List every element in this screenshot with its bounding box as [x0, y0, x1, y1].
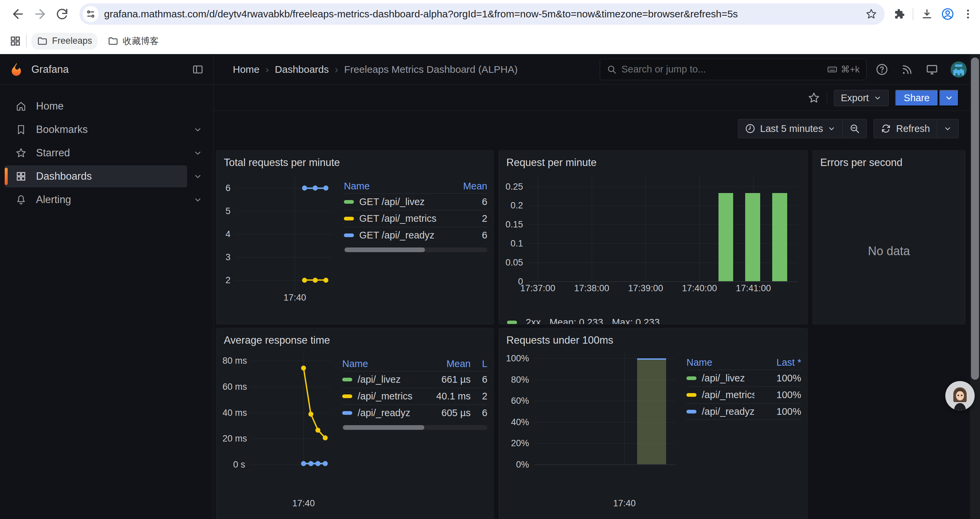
- help-icon[interactable]: [875, 63, 889, 76]
- header-actions: [875, 54, 980, 85]
- site-info-icon[interactable]: [83, 6, 99, 22]
- assistant-avatar[interactable]: [945, 381, 975, 410]
- panel-title: Average response time: [223, 333, 487, 347]
- breadcrumb-home[interactable]: Home: [233, 64, 259, 75]
- share-dropdown-button[interactable]: [939, 90, 959, 106]
- dock-menu-icon[interactable]: [192, 64, 204, 75]
- panel-legend[interactable]: 2xx Mean: 0.233 Max: 0.233: [505, 317, 801, 324]
- series-color: [344, 217, 354, 220]
- sidebar-item-label: Home: [36, 100, 64, 112]
- legend-scrollbar[interactable]: [342, 425, 487, 430]
- browser-menu-icon[interactable]: [962, 8, 974, 20]
- breadcrumb-dashboards[interactable]: Dashboards: [275, 64, 329, 75]
- breadcrumb: Home › Dashboards › Freeleaps Metrics Da…: [213, 54, 600, 85]
- legend-row[interactable]: /api/_metrics 40.1 ms 20.5 ms: [342, 388, 487, 404]
- reload-icon[interactable]: [53, 5, 72, 23]
- page-scrollbar[interactable]: [970, 54, 980, 519]
- extensions-icon[interactable]: [892, 8, 905, 21]
- legend-col-last[interactable]: Last *: [471, 358, 487, 369]
- legend-row[interactable]: /api/_readyz 100%: [686, 403, 801, 420]
- sidebar-item-starred[interactable]: Starred: [5, 142, 187, 164]
- legend-series-name: 2xx: [526, 317, 541, 324]
- legend-col-mean[interactable]: Mean: [421, 358, 471, 369]
- bookmark-star-icon[interactable]: [865, 8, 877, 20]
- legend-row[interactable]: /api/_livez 661 µs 646 µs: [342, 371, 487, 388]
- downloads-icon[interactable]: [921, 8, 933, 21]
- sidebar-item-bookmarks[interactable]: Bookmarks: [5, 118, 187, 141]
- breadcrumb-current: Freeleaps Metrics Dashboard (ALPHA): [344, 64, 518, 75]
- panel-legend: Name Last * /api/_livez 100% /api/_metri…: [686, 347, 801, 508]
- sidebar-item-alerting[interactable]: Alerting: [5, 189, 187, 211]
- search-box[interactable]: ⌘+k: [600, 59, 867, 80]
- legend-row[interactable]: GET /api/_metrics 2: [344, 210, 487, 227]
- grafana-header: Grafana Home › Dashboards › Freeleaps Me…: [0, 54, 980, 85]
- legend-scrollbar[interactable]: [344, 248, 487, 252]
- browser-actions: [892, 7, 974, 21]
- series-color: [344, 200, 354, 204]
- chevron-down-icon[interactable]: [187, 195, 208, 204]
- keyboard-shortcut: ⌘+k: [827, 64, 859, 75]
- legend-max: Max: 0.233: [612, 317, 659, 324]
- sidebar-item-home[interactable]: Home: [5, 95, 187, 117]
- chevron-down-icon: [873, 94, 881, 102]
- brand-name: Grafana: [31, 64, 69, 75]
- chart-total-requests: 6543217:40: [223, 175, 336, 308]
- panel-title: Request per minute: [505, 155, 801, 169]
- bookmark-folder-label: Freeleaps: [52, 36, 92, 46]
- legend-row[interactable]: /api/_livez 100%: [686, 370, 801, 386]
- grafana-logo[interactable]: [9, 62, 24, 77]
- time-range-group: Last 5 minutes: [738, 119, 867, 138]
- sidebar: Home Bookmarks: [0, 85, 213, 519]
- legend-col-name[interactable]: Name: [342, 358, 421, 369]
- home-icon: [15, 101, 27, 112]
- divider: [913, 8, 913, 21]
- legend-col-name[interactable]: Name: [686, 357, 754, 368]
- panel-total-requests[interactable]: Total requests per minute 6543217:40 Nam…: [216, 150, 494, 324]
- forward-icon[interactable]: [31, 5, 49, 23]
- panel-average-response-time[interactable]: Average response time 80 ms60 ms40 ms20 …: [216, 328, 494, 519]
- panel-legend: Name Mean GET /api/_livez 6 GET /api/_me…: [344, 169, 487, 308]
- legend-col-name[interactable]: Name: [344, 181, 444, 192]
- legend-col-mean[interactable]: Mean: [444, 181, 487, 192]
- panel-request-per-minute[interactable]: Request per minute 0.250.20.150.10.05017…: [499, 150, 808, 324]
- series-color: [342, 411, 352, 415]
- back-icon[interactable]: [9, 5, 27, 23]
- chevron-down-icon[interactable]: [187, 125, 208, 134]
- zoom-out-icon: [849, 123, 860, 134]
- time-range-picker[interactable]: Last 5 minutes: [738, 119, 843, 138]
- profile-icon[interactable]: [941, 7, 955, 21]
- search-input[interactable]: [621, 64, 827, 75]
- legend-row[interactable]: GET /api/_readyz 6: [344, 227, 487, 243]
- share-button[interactable]: Share: [895, 90, 938, 106]
- legend-col-last[interactable]: Last *: [754, 357, 801, 368]
- export-button[interactable]: Export: [834, 90, 889, 106]
- sidebar-item-dashboards[interactable]: Dashboards: [5, 165, 187, 187]
- bookmark-folder-freeleaps[interactable]: Freeleaps: [31, 33, 97, 50]
- news-icon[interactable]: [900, 63, 913, 76]
- refresh-icon: [881, 123, 891, 134]
- legend-header: Name Mean: [344, 179, 487, 193]
- bookmark-folder-blogs[interactable]: 收藏博客: [102, 32, 164, 50]
- apps-grid-icon[interactable]: [10, 35, 21, 47]
- scrollbar-thumb[interactable]: [971, 57, 979, 380]
- chevron-down-icon[interactable]: [187, 172, 208, 181]
- refresh-interval-button[interactable]: [937, 119, 958, 138]
- chart-average-response-time: 80 ms60 ms40 ms20 ms0 s17:40: [223, 351, 334, 508]
- sidebar-item-label: Dashboards: [36, 170, 92, 182]
- url-input[interactable]: [104, 8, 861, 20]
- panel-requests-under-100ms[interactable]: Requests under 100ms 100%80%60%40%20%0%1…: [499, 328, 808, 519]
- chevron-down-icon[interactable]: [187, 149, 208, 157]
- refresh-button[interactable]: Refresh: [874, 119, 937, 138]
- bookmarks-bar: Freeleaps 收藏博客: [0, 28, 980, 54]
- dashboards-icon: [15, 171, 27, 182]
- favorite-star-icon[interactable]: [808, 91, 820, 104]
- legend-row[interactable]: /api/_readyz 605 µs 620 µs: [342, 404, 487, 421]
- user-avatar[interactable]: [951, 61, 967, 77]
- zoom-out-button[interactable]: [842, 119, 867, 138]
- panel-errors-per-second[interactable]: Errors per second No data: [813, 150, 965, 324]
- legend-row[interactable]: GET /api/_livez 6: [344, 193, 487, 210]
- legend-row[interactable]: /api/_metrics 100%: [686, 386, 801, 403]
- address-bar[interactable]: [80, 3, 885, 25]
- screen-icon[interactable]: [925, 63, 939, 76]
- alert-bell-icon: [15, 194, 27, 205]
